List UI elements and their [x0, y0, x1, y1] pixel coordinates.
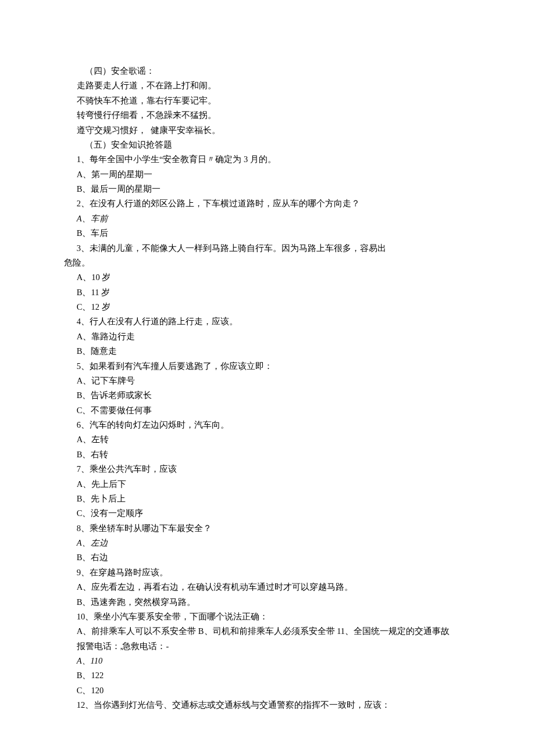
- text-line: A、10 岁: [64, 270, 456, 285]
- text-line: C、12 岁: [64, 300, 456, 314]
- text-line: B、车后: [64, 226, 456, 241]
- text-line: 5、如果看到有汽车撞人后要逃跑了，你应该立即：: [64, 359, 456, 374]
- text-line: A、应先看左边，再看右边，在确认没有机动车通过时才可以穿越马路。: [64, 580, 456, 594]
- text-line: A、110: [64, 654, 456, 668]
- text-line: 报警电话：,急救电话：-: [64, 639, 456, 654]
- text-line: B、随意走: [64, 344, 456, 359]
- text-line: 走路要走人行道，不在路上打和闹。: [64, 78, 456, 93]
- text-line: 7、乘坐公共汽车时，应该: [64, 462, 456, 476]
- text-line: B、122: [64, 668, 456, 683]
- text-line: 2、在没有人行道的郊区公路上，下车横过道路时，应从车的哪个方向走？: [64, 196, 456, 211]
- text-line: B、11 岁: [64, 285, 456, 300]
- text-line: B、右边: [64, 550, 456, 565]
- text-line: B、迅速奔跑，突然横穿马路。: [64, 595, 456, 610]
- text-line: 转弯慢行仔细看，不急躁来不猛拐。: [64, 108, 456, 123]
- text-line: 遵守交规习惯好， 健康平安幸福长。: [64, 123, 456, 138]
- text-line: A、第一周的星期一: [64, 167, 456, 182]
- text-line: B、最后一周的星期一: [64, 182, 456, 196]
- text-line: A、车前: [64, 212, 456, 226]
- text-line: 12、当你遇到灯光信号、交通标志或交通标线与交通警察的指挥不一致时，应该：: [64, 698, 456, 712]
- text-line: C、不需要做任何事: [64, 403, 456, 418]
- text-line: 4、行人在没有人行道的路上行走，应该。: [64, 314, 456, 329]
- text-line: A、左边: [64, 536, 456, 550]
- text-line: （五）安全知识抢答题: [64, 138, 456, 152]
- text-line: B、右转: [64, 447, 456, 462]
- text-line: 3、未满的儿童，不能像大人一样到马路上骑自行车。因为马路上车很多，容易出: [64, 241, 456, 256]
- text-line: C、120: [64, 683, 456, 698]
- text-line: A、前排乘车人可以不系安全带 B、司机和前排乘车人必须系安全带 11、全国统一规…: [64, 624, 456, 639]
- text-line: A、靠路边行走: [64, 329, 456, 344]
- text-line: 10、乘坐小汽车要系安全带，下面哪个说法正确：: [64, 610, 456, 624]
- text-line: 1、每年全国中小学生“安全教育日〃确定为 3 月的。: [64, 152, 456, 167]
- text-line: 6、汽车的转向灯左边闪烁时，汽车向。: [64, 418, 456, 432]
- text-line: 8、乘坐轿车时从哪边下车最安全？: [64, 521, 456, 536]
- text-line: （四）安全歌谣：: [64, 64, 456, 78]
- text-line: 危险。: [64, 256, 456, 270]
- document-page: （四）安全歌谣：走路要走人行道，不在路上打和闹。不骑快车不抢道，靠右行车要记牢。…: [0, 0, 535, 756]
- text-line: C、没有一定顺序: [64, 506, 456, 521]
- text-line: 不骑快车不抢道，靠右行车要记牢。: [64, 94, 456, 108]
- text-line: B、先卜后上: [64, 492, 456, 506]
- text-line: A、左转: [64, 432, 456, 447]
- text-line: B、告诉老师或家长: [64, 388, 456, 403]
- text-line: A、记下车牌号: [64, 374, 456, 388]
- text-line: A、先上后下: [64, 477, 456, 492]
- text-line: 9、在穿越马路时应该。: [64, 565, 456, 580]
